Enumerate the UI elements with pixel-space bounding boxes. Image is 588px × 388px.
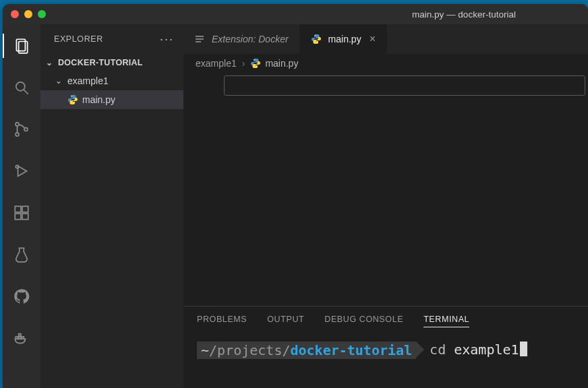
svg-point-26	[257, 67, 258, 67]
panel-tab-terminal[interactable]: TERMINAL	[423, 315, 469, 327]
docker-icon[interactable]	[3, 323, 40, 353]
svg-point-2	[16, 82, 25, 91]
workspace-name: DOCKER-TUTORIAL	[58, 58, 143, 67]
tab-label: main.py	[328, 34, 361, 44]
svg-point-18	[71, 96, 71, 96]
terminal-cursor	[520, 342, 527, 356]
editor-input-outline[interactable]	[224, 75, 585, 96]
prompt-arrow-icon	[416, 342, 424, 358]
close-window-icon[interactable]	[11, 10, 19, 18]
extensions-icon[interactable]	[3, 198, 40, 228]
svg-rect-11	[22, 214, 28, 220]
svg-rect-17	[19, 334, 21, 336]
editor-area: Extension: Docker main.py × example1 ›	[183, 24, 588, 388]
python-file-icon	[67, 94, 78, 105]
tab-label: Extension: Docker	[212, 34, 289, 44]
python-file-icon	[311, 34, 322, 44]
sidebar-more-icon[interactable]: ···	[160, 32, 174, 46]
svg-point-5	[16, 133, 19, 136]
svg-point-25	[254, 59, 255, 60]
vscode-window: main.py — docker-tutorial	[3, 4, 588, 388]
chevron-right-icon: ›	[242, 58, 245, 69]
svg-rect-9	[15, 206, 21, 212]
tree-file-label: main.py	[82, 94, 115, 105]
maximize-window-icon[interactable]	[38, 10, 46, 18]
chevron-down-icon: ⌄	[54, 76, 63, 86]
activity-bar	[3, 24, 40, 388]
tree-folder-example1[interactable]: ⌄ example1	[40, 71, 183, 90]
bottom-panel: PROBLEMS OUTPUT DEBUG CONSOLE TERMINAL ~…	[183, 306, 588, 388]
terminal-prompt-path: ~/projects/docker-tutorial	[197, 342, 416, 359]
panel-tab-debug-console[interactable]: DEBUG CONSOLE	[324, 315, 403, 327]
breadcrumb-segment[interactable]: main.py	[250, 58, 298, 69]
svg-marker-7	[18, 166, 27, 176]
testing-icon[interactable]	[3, 240, 40, 269]
workspace-section[interactable]: ⌄ DOCKER-TUTORIAL	[40, 54, 183, 71]
terminal-command: cd example1	[430, 342, 519, 358]
window-title: main.py — docker-tutorial	[3, 9, 588, 20]
editor-body[interactable]	[183, 73, 588, 306]
run-debug-icon[interactable]	[3, 156, 40, 186]
tab-extension-docker[interactable]: Extension: Docker	[183, 24, 300, 54]
minimize-window-icon[interactable]	[24, 10, 32, 18]
tree-folder-label: example1	[67, 75, 109, 86]
tab-main-py[interactable]: main.py ×	[300, 24, 387, 54]
terminal[interactable]: ~/projects/docker-tutorialcd example1	[183, 335, 588, 388]
explorer-icon[interactable]	[3, 31, 40, 61]
svg-point-6	[24, 128, 28, 131]
panel-tab-problems[interactable]: PROBLEMS	[197, 315, 247, 327]
search-icon[interactable]	[3, 73, 40, 102]
sidebar-title: EXPLORER	[54, 34, 103, 44]
chevron-down-icon: ⌄	[45, 58, 54, 67]
svg-rect-10	[15, 214, 21, 220]
editor-tab-bar: Extension: Docker main.py ×	[183, 24, 588, 54]
breadcrumbs[interactable]: example1 › main.py	[183, 54, 588, 73]
sidebar-header: EXPLORER ···	[40, 24, 183, 54]
svg-point-23	[314, 35, 315, 36]
breadcrumb-segment[interactable]: example1	[196, 58, 237, 69]
window-controls	[11, 10, 46, 18]
panel-tab-bar: PROBLEMS OUTPUT DEBUG CONSOLE TERMINAL	[183, 306, 588, 335]
svg-point-8	[16, 165, 18, 168]
svg-point-19	[74, 103, 74, 104]
source-control-icon[interactable]	[3, 115, 40, 144]
svg-line-3	[24, 90, 28, 94]
panel-tab-output[interactable]: OUTPUT	[267, 315, 304, 327]
explorer-sidebar: EXPLORER ··· ⌄ DOCKER-TUTORIAL ⌄ example…	[40, 24, 183, 388]
svg-point-4	[16, 123, 19, 126]
close-tab-icon[interactable]: ×	[370, 33, 376, 45]
github-icon[interactable]	[3, 282, 40, 311]
svg-point-24	[317, 42, 318, 43]
tree-file-main-py[interactable]: main.py	[40, 90, 183, 109]
title-bar[interactable]: main.py — docker-tutorial	[3, 4, 588, 24]
python-file-icon	[250, 58, 261, 69]
main-area: EXPLORER ··· ⌄ DOCKER-TUTORIAL ⌄ example…	[3, 24, 588, 388]
svg-rect-12	[22, 206, 28, 212]
list-icon	[194, 34, 205, 44]
